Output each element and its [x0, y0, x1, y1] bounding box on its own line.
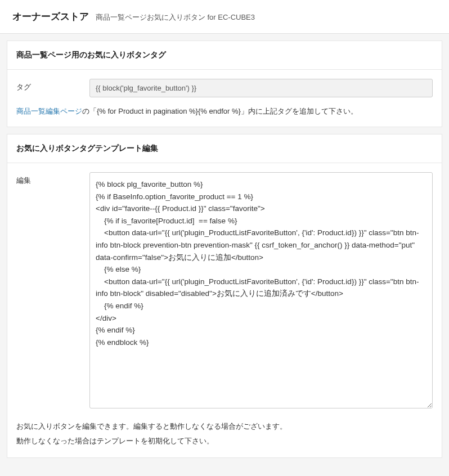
- template-textarea[interactable]: [89, 172, 433, 408]
- panel-tag: 商品一覧ページ用のお気に入りボタンタグ タグ {{ block('plg_fav…: [7, 41, 442, 127]
- tag-label: タグ: [16, 79, 89, 92]
- edit-label: 編集: [16, 172, 89, 186]
- panel-template: お気に入りボタンタグテンプレート編集 編集 お気に入りボタンを編集できます。編集…: [7, 134, 442, 458]
- tag-hint-text: の「{% for Product in pagination %}{% endf…: [82, 107, 358, 115]
- product-list-edit-link[interactable]: 商品一覧編集ページ: [16, 107, 82, 115]
- desc-line-2: 動作しなくなった場合はテンプレートを初期化して下さい。: [16, 434, 433, 448]
- panel-tag-heading: 商品一覧ページ用のお気に入りボタンタグ: [7, 41, 442, 70]
- tag-row: タグ {{ block('plg_favorite_button') }}: [16, 79, 433, 97]
- desc-line-1: お気に入りボタンを編集できます。編集すると動作しなくなる場合がございます。: [16, 419, 433, 434]
- tag-value-box[interactable]: {{ block('plg_favorite_button') }}: [89, 79, 433, 97]
- template-description: お気に入りボタンを編集できます。編集すると動作しなくなる場合がございます。 動作…: [16, 419, 433, 448]
- edit-row: 編集: [16, 172, 433, 410]
- page-header: オーナーズストア 商品一覧ページお気に入りボタン for EC-CUBE3: [0, 0, 449, 34]
- panel-template-heading: お気に入りボタンタグテンプレート編集: [7, 134, 442, 163]
- page-subtitle: 商品一覧ページお気に入りボタン for EC-CUBE3: [96, 13, 255, 21]
- page-title: オーナーズストア: [12, 11, 89, 22]
- tag-hint: 商品一覧編集ページの「{% for Product in pagination …: [16, 105, 433, 118]
